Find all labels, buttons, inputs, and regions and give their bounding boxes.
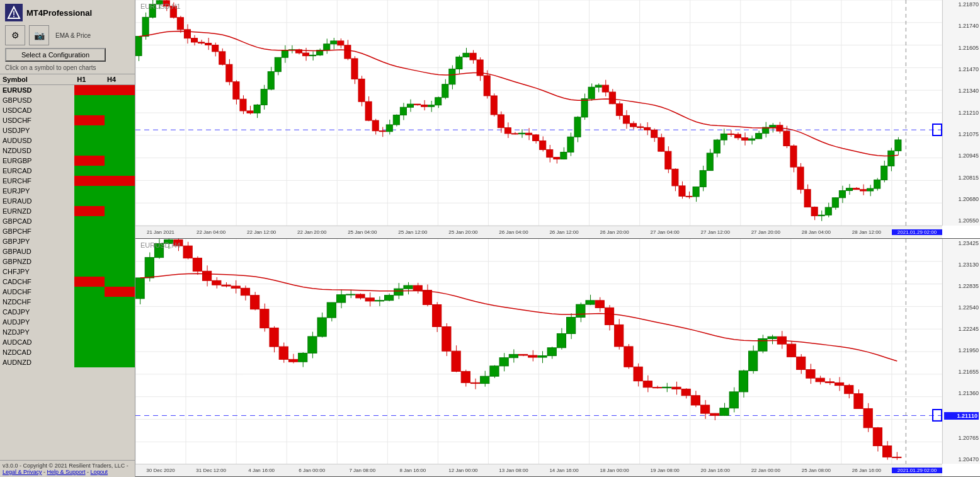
table-row[interactable]: NZDUSD: [0, 146, 135, 156]
table-row[interactable]: AUDCHF: [0, 287, 135, 297]
time-label: 14 Jan 16:00: [539, 468, 590, 473]
logout-link[interactable]: Logout: [91, 469, 108, 475]
chart2-canvas[interactable]: [135, 239, 942, 464]
h4-cell: [105, 105, 135, 115]
price-label: 1.21870: [944, 1, 979, 8]
time-label: 21 Jan 2021: [135, 229, 186, 235]
time-label: 2021.01.29 02:00: [892, 229, 942, 235]
app-name: MT4Professional: [26, 8, 92, 18]
h4-cell: [105, 95, 135, 105]
table-row[interactable]: EURJPY: [0, 186, 135, 196]
time-label: 26 Jan 04:00: [488, 229, 538, 235]
h4-cell: [105, 327, 135, 337]
price-label: 1.21740: [944, 23, 979, 29]
symbol-name: EURJPY: [0, 186, 74, 196]
h1-cell: [74, 357, 105, 367]
h4-cell: [105, 85, 135, 95]
time-label: 6 Jan 00:00: [287, 468, 337, 473]
table-row[interactable]: GBPUSD: [0, 95, 135, 105]
sidebar-header: MT4Professional ⚙ 📷 EMA & Price Select a…: [0, 0, 135, 74]
price-label: 1.20815: [944, 175, 979, 181]
table-row[interactable]: AUDJPY: [0, 317, 135, 327]
h4-cell: [105, 156, 135, 166]
symbol-name: GBPAUD: [0, 246, 74, 256]
time-label: 25 Jan 08:00: [791, 468, 841, 473]
symbol-name: GBPCHF: [0, 226, 74, 236]
h1-cell: [74, 166, 105, 176]
table-row[interactable]: USDCAD: [0, 105, 135, 115]
table-row[interactable]: AUDCAD: [0, 337, 135, 347]
symbol-name: AUDCAD: [0, 337, 74, 347]
h1-cell: [74, 267, 105, 277]
h1-cell: [74, 307, 105, 317]
table-row[interactable]: USDJPY: [0, 125, 135, 135]
chart1-container: EURUSD,H1 1.218701.217401.216051.214701.…: [135, 0, 980, 239]
table-row[interactable]: CHFJPY: [0, 267, 135, 277]
h4-cell: [105, 347, 135, 357]
table-row[interactable]: EURCAD: [0, 166, 135, 176]
sidebar: MT4Professional ⚙ 📷 EMA & Price Select a…: [0, 0, 135, 477]
h1-cell: [74, 125, 105, 135]
chart2-price-scale: 1.234251.231301.228351.225401.222451.219…: [942, 239, 980, 464]
h4-cell: [105, 125, 135, 135]
symbol-name: USDJPY: [0, 125, 74, 135]
symbol-name: GBPUSD: [0, 95, 74, 105]
h1-cell: [74, 236, 105, 246]
table-row[interactable]: EURCHF: [0, 176, 135, 186]
help-link[interactable]: Help & Support: [47, 469, 86, 475]
col-symbol: Symbol: [0, 74, 74, 85]
table-row[interactable]: AUDUSD: [0, 135, 135, 146]
table-row[interactable]: NZDCHF: [0, 297, 135, 307]
table-row[interactable]: USDCHF: [0, 115, 135, 125]
h1-cell: [74, 95, 105, 105]
sidebar-footer: v3.0.0 - Copyright © 2021 Resilient Trad…: [0, 460, 135, 477]
settings-button[interactable]: ⚙: [5, 25, 25, 45]
chart1-time-axis: 21 Jan 202122 Jan 04:0022 Jan 12:0022 Ja…: [135, 226, 942, 238]
table-row[interactable]: CADJPY: [0, 307, 135, 317]
time-label: 18 Jan 00:00: [590, 468, 640, 473]
table-row[interactable]: NZDCAD: [0, 347, 135, 357]
time-label: 28 Jan 12:00: [841, 229, 892, 235]
table-row[interactable]: EURGBP: [0, 156, 135, 166]
price-label: 1.21075: [944, 131, 979, 137]
col-h4: H4: [105, 74, 135, 85]
table-row[interactable]: CADCHF: [0, 277, 135, 287]
table-row[interactable]: GBPCAD: [0, 216, 135, 226]
h4-cell: [105, 115, 135, 125]
time-label: 22 Jan 00:00: [741, 468, 791, 473]
h1-cell: [74, 226, 105, 236]
chart2-title: EURUSD,H4: [140, 241, 181, 249]
table-row[interactable]: EURNZD: [0, 206, 135, 216]
h1-cell: [74, 287, 105, 297]
table-row[interactable]: GBPAUD: [0, 246, 135, 256]
table-row[interactable]: AUDNZD: [0, 357, 135, 367]
chart1-canvas[interactable]: [135, 0, 942, 226]
price-label: 1.21210: [944, 110, 979, 116]
time-label: 20 Jan 16:00: [690, 468, 741, 473]
h1-cell: [74, 146, 105, 156]
symbol-name: CHFJPY: [0, 267, 74, 277]
table-row[interactable]: EURUSD: [0, 85, 135, 95]
h1-cell: [74, 216, 105, 226]
table-row[interactable]: GBPCHF: [0, 226, 135, 236]
h4-cell: [105, 357, 135, 367]
select-config-button[interactable]: Select a Configuration: [5, 48, 106, 62]
camera-button[interactable]: 📷: [29, 25, 49, 45]
h4-cell: [105, 236, 135, 246]
symbol-name: GBPNZD: [0, 256, 74, 267]
table-row[interactable]: GBPNZD: [0, 256, 135, 267]
legal-link[interactable]: Legal & Privacy: [3, 469, 42, 475]
time-label: 27 Jan 12:00: [690, 229, 741, 235]
click-hint: Click on a symbol to open charts: [5, 64, 130, 71]
h4-cell: [105, 226, 135, 236]
table-row[interactable]: NZDJPY: [0, 327, 135, 337]
table-row[interactable]: GBPJPY: [0, 236, 135, 246]
symbol-name: EURGBP: [0, 156, 74, 166]
price-label: 1.23425: [944, 240, 979, 246]
h4-cell: [105, 176, 135, 186]
time-label: 25 Jan 12:00: [387, 229, 438, 235]
col-h1: H1: [74, 74, 105, 85]
table-row[interactable]: EURAUD: [0, 196, 135, 206]
time-label: 26 Jan 12:00: [539, 229, 590, 235]
price-label: 1.20680: [944, 196, 979, 202]
